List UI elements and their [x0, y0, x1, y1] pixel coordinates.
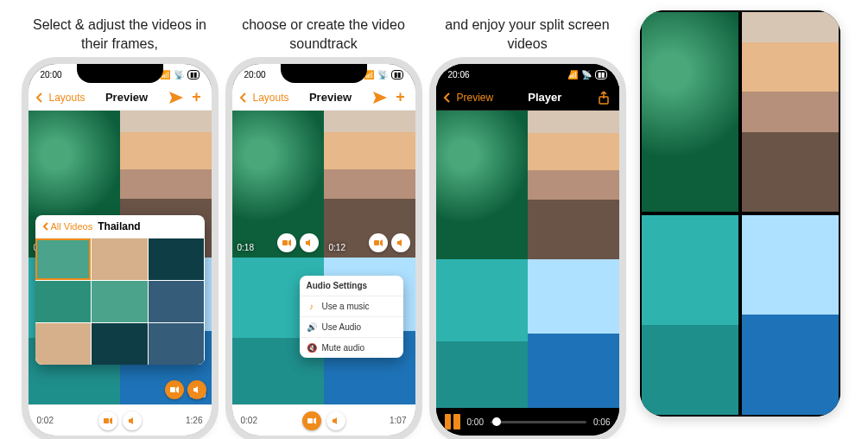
record-toggle[interactable] — [302, 411, 321, 430]
editor-footer: 0:02 1:07 — [232, 404, 415, 436]
footer-time-left: 0:02 — [241, 416, 257, 425]
caption-2: choose or create the video soundtrack — [232, 16, 415, 54]
screen-1: 20:00 📶 📡 ▮▮ Layouts Preview — [29, 64, 212, 436]
chevron-left-icon — [239, 92, 248, 103]
popover-option-music[interactable]: ♪ Use a music — [300, 296, 403, 316]
scrubber-handle[interactable] — [492, 417, 501, 426]
pause-button[interactable] — [445, 414, 460, 429]
picker-thumb[interactable] — [149, 239, 205, 280]
record-toggle[interactable] — [165, 380, 184, 399]
popover-label: Use a music — [322, 302, 370, 311]
svg-rect-1 — [104, 418, 109, 423]
picker-thumb[interactable] — [149, 281, 205, 322]
output-cell-br — [740, 213, 840, 417]
picker-back-label: All Videos — [51, 221, 93, 232]
back-button[interactable]: Layouts — [239, 92, 289, 104]
output-cell-bl — [640, 213, 740, 417]
grid-cell-tl[interactable]: 0:18 — [232, 111, 324, 258]
battery-icon: ▮▮ — [391, 70, 403, 80]
popover-option-mute[interactable]: 🔇 Mute audio — [300, 337, 403, 358]
battery-icon: ▮▮ — [595, 70, 607, 80]
record-toggle[interactable] — [98, 411, 117, 430]
svg-rect-4 — [307, 418, 313, 423]
picker-thumb[interactable] — [92, 323, 148, 365]
svg-rect-0 — [170, 387, 175, 392]
chevron-left-icon — [42, 222, 49, 231]
grid-cell-tr[interactable]: 0:12 — [324, 111, 415, 258]
picker-grid — [35, 239, 205, 365]
picker-thumb[interactable] — [92, 281, 148, 322]
svg-rect-2 — [282, 240, 288, 245]
add-button[interactable]: + — [189, 90, 205, 105]
grid-cell-br — [528, 259, 619, 408]
status-right: 📶 📡 ▮▮ — [364, 70, 403, 80]
audio-toggle[interactable] — [123, 411, 142, 430]
add-button[interactable]: + — [393, 90, 409, 105]
footer-time-right: 1:26 — [186, 416, 202, 425]
back-button[interactable]: Preview — [443, 92, 494, 104]
export-button[interactable] — [168, 90, 184, 105]
popover-label: Mute audio — [322, 343, 364, 353]
audio-settings-popover: Audio Settings ♪ Use a music 🔊 Use Audio… — [300, 276, 403, 358]
caption-1: Select & adjust the videos in their fram… — [29, 16, 212, 54]
screenshot-2: choose or create the video soundtrack 20… — [232, 16, 415, 436]
screen-2: 20:00 📶 📡 ▮▮ Layouts Preview — [232, 64, 415, 436]
nav-bar: Preview Player — [436, 85, 619, 111]
nav-title: Preview — [309, 91, 352, 104]
audio-toggle[interactable] — [326, 411, 345, 430]
music-note-icon: ♪ — [307, 302, 317, 311]
status-right: 📶 📡 ▮▮ — [567, 70, 607, 80]
wifi-icon: 📡 — [174, 70, 184, 80]
chevron-left-icon — [35, 92, 44, 103]
picker-thumb[interactable] — [92, 239, 148, 280]
back-label: Preview — [457, 92, 494, 104]
scrubber-track[interactable] — [491, 421, 586, 423]
nav-bar: Layouts Preview + — [29, 85, 212, 111]
wifi-icon: 📡 — [377, 70, 388, 80]
picker-thumb[interactable] — [35, 239, 92, 280]
screenshot-1: Select & adjust the videos in their fram… — [29, 16, 212, 436]
video-grid: 0:00 0:00 — [29, 111, 212, 404]
picker-thumb[interactable] — [35, 281, 92, 322]
grid-cell-bl — [436, 259, 528, 408]
footer-time-left: 0:02 — [37, 416, 54, 425]
share-button[interactable] — [596, 90, 611, 105]
screenshot-4 — [640, 10, 840, 417]
cell-time: 0:12 — [329, 243, 345, 252]
back-label: Layouts — [253, 92, 289, 104]
audio-toggle[interactable] — [300, 233, 319, 252]
export-button[interactable] — [372, 90, 388, 105]
popover-option-audio[interactable]: 🔊 Use Audio — [300, 316, 403, 337]
player-time-total: 0:06 — [593, 417, 610, 427]
popover-title: Audio Settings — [300, 276, 403, 296]
output-cell-tr — [740, 10, 840, 213]
status-time: 20:00 — [41, 70, 62, 80]
split-output-preview — [640, 10, 840, 417]
phone-frame-3: 20:06 📶 📡 ▮▮ Preview Player — [436, 64, 619, 436]
picker-thumb[interactable] — [35, 323, 92, 365]
chevron-left-icon — [443, 92, 452, 103]
back-label: Layouts — [49, 92, 86, 104]
record-toggle[interactable] — [277, 233, 296, 252]
nav-bar: Layouts Preview + — [232, 85, 415, 111]
video-grid[interactable] — [436, 111, 619, 408]
status-time: 20:00 — [244, 70, 266, 80]
audio-toggle[interactable] — [187, 380, 206, 399]
phone-frame-1: 20:00 📶 📡 ▮▮ Layouts Preview — [29, 64, 212, 436]
picker-thumb[interactable] — [149, 323, 205, 365]
screen-3: 20:06 📶 📡 ▮▮ Preview Player — [436, 64, 619, 436]
notch — [281, 64, 367, 83]
output-cell-tl — [640, 10, 740, 213]
grid-cell-tl — [436, 111, 528, 259]
notch — [485, 64, 571, 83]
editor-footer: 0:02 1:26 — [29, 404, 212, 436]
picker-back-button[interactable]: All Videos — [42, 221, 93, 232]
record-toggle[interactable] — [369, 233, 388, 252]
cell-time: 0:18 — [238, 243, 254, 252]
footer-time-right: 1:07 — [390, 416, 406, 425]
player-controls: 0:00 0:06 — [436, 408, 619, 436]
video-grid: 0:18 0:12 — [232, 111, 415, 404]
back-button[interactable]: Layouts — [35, 92, 86, 104]
audio-toggle[interactable] — [391, 233, 410, 252]
popover-label: Use Audio — [322, 322, 362, 332]
